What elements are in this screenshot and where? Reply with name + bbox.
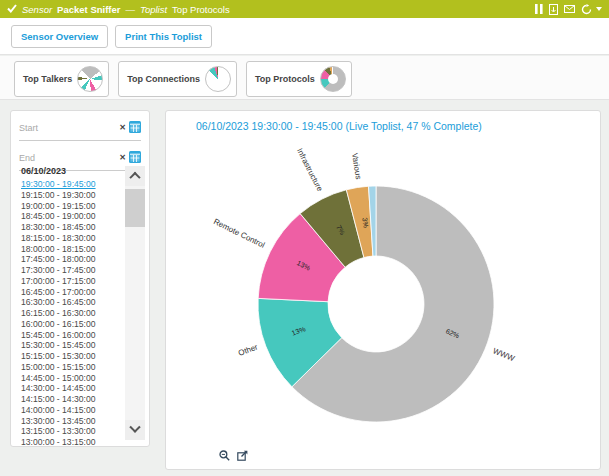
interval-item[interactable]: 13:00:00 - 13:15:00 [21,437,123,448]
tab-label: Top Talkers [23,74,72,84]
toplist-tabs: Top Talkers Top Connections Top Protocol… [0,56,609,100]
interval-item[interactable]: 18:15:00 - 18:30:00 [21,233,123,244]
interval-item[interactable]: 17:45:00 - 18:00:00 [21,254,123,265]
interval-items: 19:30:00 - 19:45:0019:15:00 - 19:30:0019… [21,179,123,448]
clear-start-icon[interactable]: ✕ [119,124,126,132]
slice-name-label: WWW [491,346,516,363]
sensor-header-bar: Sensor Packet Sniffer — Toplist Top Prot… [0,0,609,18]
interval-item[interactable]: 15:00:00 - 15:15:00 [21,362,123,373]
interval-item[interactable]: 18:30:00 - 18:45:00 [21,222,123,233]
interval-item[interactable]: 19:30:00 - 19:45:00 [21,179,123,190]
zoom-icon[interactable] [219,450,230,461]
interval-item[interactable]: 16:15:00 - 16:30:00 [21,308,123,319]
interval-item[interactable]: 17:30:00 - 17:45:00 [21,265,123,276]
calendar-icon[interactable] [129,119,141,137]
top-talkers-pie-icon [77,66,103,92]
interval-item[interactable]: 17:00:00 - 17:15:00 [21,276,123,287]
sensor-name-link[interactable]: Packet Sniffer [57,4,120,15]
interval-scrollbar[interactable] [125,166,145,440]
interval-item[interactable]: 13:15:00 - 13:30:00 [21,426,123,437]
toolbar: Sensor Overview Print This Toplist [0,18,609,55]
external-link-icon[interactable] [237,450,248,461]
interval-item[interactable]: 15:30:00 - 15:45:00 [21,340,123,351]
chevron-up-icon [129,172,140,183]
status-ok-icon [7,4,17,15]
mail-icon[interactable] [564,5,575,13]
sensor-label: Sensor [22,4,52,15]
interval-item[interactable]: 14:30:00 - 14:45:00 [21,383,123,394]
toplist-title: 06/10/2023 19:30:00 - 19:45:00 (Live Top… [166,111,600,132]
protocols-donut-chart: 62%WWW13%Other13%Remote Control7%Infrast… [206,134,546,474]
tab-top-connections[interactable]: Top Connections [118,61,237,97]
caret-down-icon[interactable] [596,7,602,11]
interval-item[interactable]: 14:15:00 - 14:30:00 [21,394,123,405]
interval-item[interactable]: 14:00:00 - 14:15:00 [21,405,123,416]
interval-item[interactable]: 15:15:00 - 15:30:00 [21,351,123,362]
slice-name-label: Various [350,152,363,180]
interval-item[interactable]: 16:45:00 - 17:00:00 [21,287,123,298]
pause-icon[interactable] [535,4,543,14]
sensor-overview-button[interactable]: Sensor Overview [11,25,108,48]
tab-label: Top Protocols [255,74,315,84]
scroll-down-button[interactable] [125,420,145,440]
toplist-label: Toplist [140,4,167,15]
interval-item[interactable]: 13:30:00 - 13:45:00 [21,416,123,427]
interval-filter-panel: ✕ ✕ 06/10/2023 19:30:00 - 19:45:0019:15:… [10,110,150,447]
print-toplist-button[interactable]: Print This Toplist [115,25,212,48]
slice-name-label: Infrastructure [295,147,325,194]
interval-item[interactable]: 15:45:00 - 16:00:00 [21,330,123,341]
tab-top-protocols[interactable]: Top Protocols [246,61,352,97]
slice-name-label: Other [237,342,259,358]
chevron-down-icon [129,422,140,433]
tab-label: Top Connections [127,74,200,84]
interval-item[interactable]: 16:30:00 - 16:45:00 [21,297,123,308]
interval-item[interactable]: 19:00:00 - 19:15:00 [21,201,123,212]
scroll-up-button[interactable] [125,166,145,186]
interval-list: 06/10/2023 19:30:00 - 19:45:0019:15:00 -… [11,166,149,440]
interval-item[interactable]: 18:00:00 - 18:15:00 [21,244,123,255]
top-protocols-pie-icon [320,66,346,92]
top-connections-pie-icon [205,66,231,92]
toplist-chart-panel: 06/10/2023 19:30:00 - 19:45:00 (Live Top… [165,110,601,470]
calendar-icon[interactable] [129,149,141,167]
tab-top-talkers[interactable]: Top Talkers [14,61,109,97]
end-date-input[interactable] [19,153,116,163]
chart-footer-actions [219,450,248,461]
toplist-name: Top Protocols [172,4,230,15]
header-actions [535,4,602,15]
interval-item[interactable]: 18:45:00 - 19:00:00 [21,211,123,222]
refresh-icon[interactable] [581,4,592,15]
slice-name-label: Remote Control [212,217,266,250]
interval-item[interactable]: 19:15:00 - 19:30:00 [21,190,123,201]
breadcrumb: Sensor Packet Sniffer — Toplist Top Prot… [7,4,230,15]
breadcrumb-separator: — [125,4,135,15]
report-icon[interactable] [549,4,558,15]
start-date-row: ✕ [19,119,141,141]
scrollbar-thumb[interactable] [125,189,145,227]
start-date-input[interactable] [19,123,116,133]
pie-hole [328,74,338,84]
interval-item[interactable]: 16:00:00 - 16:15:00 [21,319,123,330]
clear-end-icon[interactable]: ✕ [119,154,126,162]
interval-item[interactable]: 14:45:00 - 15:00:00 [21,373,123,384]
